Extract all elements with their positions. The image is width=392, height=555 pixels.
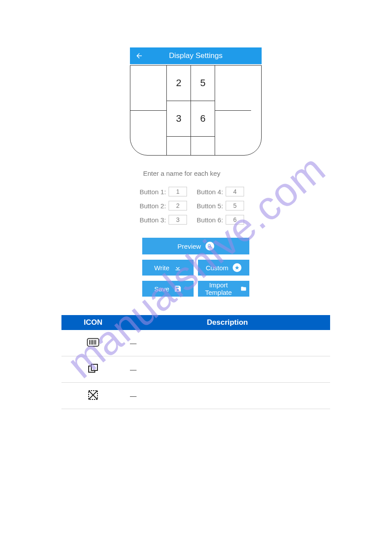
input-pair-4: Button 4:: [197, 187, 244, 196]
barcode-icon: [61, 330, 125, 356]
import-template-button[interactable]: Import Template: [198, 281, 249, 297]
star-icon: [233, 263, 241, 272]
svg-rect-4: [94, 340, 95, 345]
table-cell-desc: —: [125, 330, 330, 356]
display-settings-mock: Display Settings 2 3 5 6 Enter a name fo…: [130, 47, 262, 297]
svg-rect-3: [92, 340, 93, 345]
save-button[interactable]: Save: [142, 281, 194, 297]
table-row: —: [61, 356, 330, 383]
hint-text: Enter a name for each key: [143, 170, 262, 177]
grid-cell: 5: [191, 65, 215, 101]
grid-cell: 2: [167, 65, 191, 101]
grid-cell-empty: [130, 111, 166, 156]
table-cell-desc: —: [125, 383, 330, 409]
svg-rect-1: [89, 340, 90, 345]
input-pair-3: Button 3:: [140, 215, 187, 225]
grid-col-3: 5 6: [191, 65, 215, 155]
button-name-inputs: Button 1: Button 4: Button 2: Button 5: …: [130, 187, 262, 225]
import-label: Import Template: [201, 281, 236, 296]
no-image-icon: [61, 383, 125, 409]
folder-icon: [241, 285, 247, 293]
write-button[interactable]: Write: [142, 260, 194, 276]
button-4-input[interactable]: [226, 187, 244, 196]
button-2-input[interactable]: [169, 201, 187, 210]
write-label: Write: [154, 264, 169, 272]
custom-label: Custom: [206, 264, 229, 272]
grid-cell-empty: [215, 111, 251, 156]
table-header-icon: ICON: [61, 315, 125, 330]
button-5-input[interactable]: [226, 201, 244, 210]
preview-label: Preview: [177, 243, 201, 250]
grid-cell-empty: [215, 65, 251, 111]
table-header-desc: Description: [125, 315, 330, 330]
svg-rect-2: [91, 340, 92, 345]
table-header-row: ICON Description: [61, 315, 330, 330]
input-pair-5: Button 5:: [197, 201, 244, 210]
svg-rect-5: [95, 340, 96, 345]
action-buttons: Preview Write Custom Save Import Templat…: [130, 238, 262, 297]
key-grid: 2 3 5 6: [130, 65, 262, 156]
download-icon: [174, 264, 182, 272]
preview-button[interactable]: Preview: [142, 238, 249, 254]
copy-icon: [61, 356, 125, 383]
table-cell-desc: —: [125, 356, 330, 383]
mock-title: Display Settings: [130, 51, 262, 60]
input-pair-6: Button 6:: [197, 215, 244, 225]
input-label: Button 1:: [140, 188, 166, 196]
mock-header: Display Settings: [130, 47, 262, 64]
input-label: Button 4:: [197, 188, 223, 196]
grid-col-2: 2 3: [167, 65, 191, 155]
grid-col-1: [130, 65, 167, 155]
button-3-input[interactable]: [169, 215, 187, 225]
grid-cell-empty: [191, 137, 215, 156]
search-icon: [205, 242, 214, 250]
input-pair-1: Button 1:: [140, 187, 187, 196]
svg-rect-7: [91, 364, 97, 370]
input-label: Button 3:: [140, 216, 166, 224]
floppy-icon: [174, 285, 182, 293]
button-6-input[interactable]: [226, 215, 244, 225]
icon-table: ICON Description — — —: [61, 315, 330, 409]
grid-cell: 3: [167, 101, 191, 137]
grid-cell-empty: [167, 137, 191, 156]
button-1-input[interactable]: [169, 187, 187, 196]
grid-cell: 6: [191, 101, 215, 137]
input-pair-2: Button 2:: [140, 201, 187, 210]
grid-col-4: [215, 65, 251, 155]
input-label: Button 6:: [197, 216, 223, 224]
table-row: —: [61, 330, 330, 356]
input-label: Button 5:: [197, 202, 223, 210]
grid-cell-empty: [130, 65, 166, 111]
input-label: Button 2:: [140, 202, 166, 210]
custom-button[interactable]: Custom: [198, 260, 249, 276]
save-label: Save: [154, 285, 169, 293]
table-row: —: [61, 383, 330, 409]
